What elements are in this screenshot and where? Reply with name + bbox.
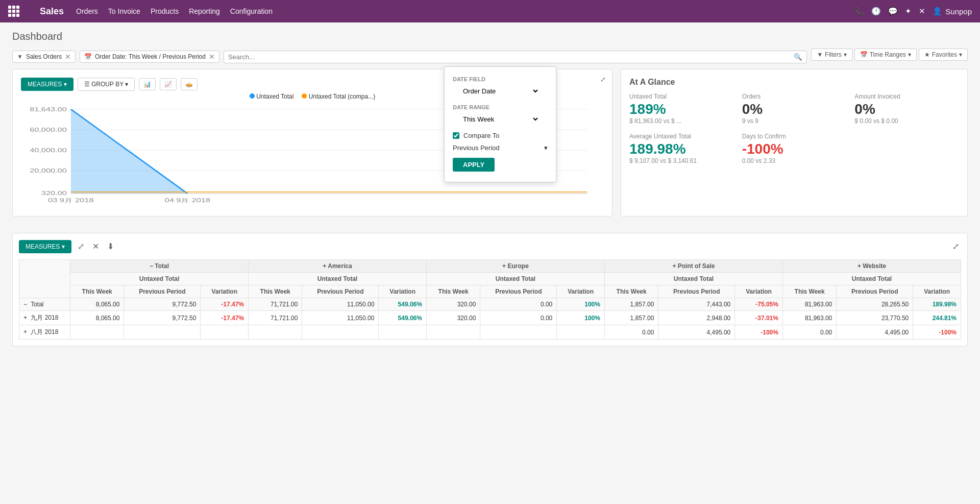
phone-icon[interactable]: 📞 — [854, 7, 864, 16]
menu-products[interactable]: Products — [151, 7, 179, 15]
search-button[interactable]: 🔍 — [794, 53, 802, 61]
search-input[interactable] — [228, 53, 794, 61]
close-icon[interactable]: ✕ — [919, 7, 925, 16]
chart-expand-icon[interactable]: ⤢ — [600, 76, 606, 83]
menu-to-invoice[interactable]: To Invoice — [108, 7, 140, 15]
filter-buttons: ▼ Filters ▾ 📅 Time Ranges ▾ ★ Favorites … — [811, 49, 968, 61]
previous-period-arrow: ▾ — [544, 144, 548, 152]
website-plus-icon[interactable]: + — [857, 262, 861, 270]
kpi-untaxed-total: Untaxed Total 189% $ 81,963.00 vs $ ... — [629, 93, 734, 125]
filter-funnel-icon: ▼ — [817, 51, 823, 58]
date-field-title: Date Field — [453, 76, 548, 82]
kpi-avg-value: 189.98% — [629, 141, 734, 157]
svg-text:81,643.00: 81,643.00 — [30, 107, 67, 112]
europe-group-header: + Europe — [426, 260, 604, 273]
topnav-icons: 📞 🕐 💬 ✦ ✕ 👤 Sunpop — [854, 7, 972, 16]
kpi-days-confirm: Days to Confirm -100% 0.00 vs 2.33 — [742, 133, 847, 164]
europe-plus-icon[interactable]: + — [502, 262, 506, 270]
table-close-button[interactable]: ✕ — [90, 239, 101, 253]
date-field-select[interactable]: Order Date — [461, 87, 540, 95]
legend-label-2: Untaxed Total (compa...) — [309, 93, 376, 100]
kpi-avg-sub: $ 9,107.00 vs $ 3,140.61 — [629, 157, 734, 164]
svg-text:40,000.00: 40,000.00 — [30, 148, 67, 153]
favorites-button[interactable]: ★ Favorites ▾ — [919, 49, 968, 61]
table-measures-button[interactable]: MEASURES ▾ — [19, 240, 71, 253]
table-download-button[interactable]: ⬇ — [105, 239, 116, 253]
filter-remove-order-date[interactable]: ✕ — [209, 53, 215, 61]
main-menu: Orders To Invoice Products Reporting Con… — [76, 7, 273, 15]
favorites-arrow-icon: ▾ — [959, 51, 962, 58]
filters-arrow-icon: ▾ — [844, 51, 847, 58]
menu-reporting[interactable]: Reporting — [189, 7, 220, 15]
total-minus-icon[interactable]: − — [150, 262, 153, 270]
filters-button[interactable]: ▼ Filters ▾ — [811, 49, 852, 61]
date-range-select[interactable]: This Week This Month This Quarter This Y… — [461, 115, 540, 124]
kpi-orders-label: Orders — [742, 93, 847, 100]
table-row-sept: + 九月 2018 8,065.00 9,772.50 -17.47% 71,7… — [19, 311, 961, 325]
table-fullscreen-button[interactable]: ⤢ — [950, 239, 961, 253]
kpi-invoiced-sub: $ 0.00 vs $ 0.00 — [854, 117, 959, 125]
america-plus-icon[interactable]: + — [323, 262, 326, 270]
apply-button[interactable]: APPLY — [453, 158, 495, 172]
america-tw: 71,721.00 — [248, 298, 302, 311]
search-box: 🔍 — [224, 51, 807, 63]
app-name: Sales — [40, 6, 64, 17]
america-this-week-header: This Week — [248, 285, 302, 298]
page-title: Dashboard — [12, 31, 968, 42]
table-panel: MEASURES ▾ ⤢ ✕ ⬇ ⤢ − Total + America — [12, 233, 968, 346]
kpi-days-value: -100% — [742, 141, 847, 157]
line-chart-button[interactable]: 📈 — [160, 78, 177, 90]
america-var: 549.06% — [379, 298, 427, 311]
america-prev: 11,050.00 — [302, 298, 379, 311]
total-row-minus-icon[interactable]: − — [23, 301, 27, 308]
calendar-small-icon: 📅 — [860, 51, 868, 58]
group-by-button[interactable]: ☰ GROUP BY ▾ — [78, 78, 135, 91]
compare-to-checkbox[interactable] — [453, 132, 459, 139]
america-group-header: + America — [248, 260, 426, 273]
aug-plus-icon[interactable]: + — [23, 328, 27, 335]
america-metric-header: Untaxed Total — [248, 273, 426, 285]
europe-variation-header: Variation — [557, 285, 605, 298]
filter-icon: ▼ — [17, 53, 23, 60]
pos-variation-header: Variation — [735, 285, 783, 298]
total-variation-header: Variation — [201, 285, 249, 298]
kpi-invoiced-label: Amount Invoiced — [854, 93, 959, 100]
filter-remove-sales-orders[interactable]: ✕ — [65, 53, 71, 61]
time-ranges-arrow-icon: ▾ — [908, 51, 911, 58]
total-tw: 8,065.00 — [70, 298, 124, 311]
pos-prev-header: Previous Period — [658, 285, 735, 298]
website-prev: 28,265.50 — [837, 298, 913, 311]
sept-plus-icon[interactable]: + — [23, 314, 27, 321]
app-grid-icon[interactable] — [8, 6, 19, 17]
calendar-icon: 📅 — [84, 53, 92, 60]
clock-icon[interactable]: 🕐 — [871, 7, 881, 16]
table-row-total: − Total 8,065.00 9,772.50 -17.47% 71,721… — [19, 298, 961, 311]
date-field-section: Date Field Order Date — [445, 73, 556, 101]
pie-chart-button[interactable]: 🥧 — [181, 78, 198, 90]
previous-period-row: Previous Period ▾ — [445, 142, 556, 154]
menu-configuration[interactable]: Configuration — [230, 7, 273, 15]
table-toolbar: MEASURES ▾ ⤢ ✕ ⬇ ⤢ — [19, 239, 961, 253]
table-expand-button[interactable]: ⤢ — [76, 239, 86, 253]
bar-chart-button[interactable]: 📊 — [139, 78, 156, 90]
star-icon[interactable]: ✦ — [905, 7, 912, 16]
pos-metric-header: Untaxed Total — [604, 273, 782, 285]
svg-text:03 9月 2018: 03 9月 2018 — [48, 198, 93, 203]
legend-item-1: Untaxed Total — [250, 93, 294, 100]
empty-header — [19, 260, 70, 298]
menu-orders[interactable]: Orders — [76, 7, 98, 15]
pivot-table: − Total + America + Europe + Point of Sa… — [19, 259, 961, 340]
america-prev-header: Previous Period — [302, 285, 379, 298]
user-menu[interactable]: 👤 Sunpop — [933, 7, 972, 16]
time-ranges-button[interactable]: 📅 Time Ranges ▾ — [854, 49, 917, 61]
svg-text:60,000.00: 60,000.00 — [30, 127, 67, 133]
total-group-header: − Total — [70, 260, 249, 273]
legend-label-1: Untaxed Total — [256, 93, 293, 100]
chat-icon[interactable]: 💬 — [888, 7, 898, 16]
total-metric-header: Untaxed Total — [70, 273, 249, 285]
pos-this-week-header: This Week — [604, 285, 658, 298]
time-ranges-dropdown: Date Field Order Date Date Range This We… — [444, 66, 556, 182]
pos-plus-icon[interactable]: + — [672, 262, 676, 270]
table-row-aug: + 八月 2018 0.00 4,495.00 -100% 0.00 — [19, 325, 961, 340]
measures-button[interactable]: MEASURES ▾ — [21, 78, 74, 91]
